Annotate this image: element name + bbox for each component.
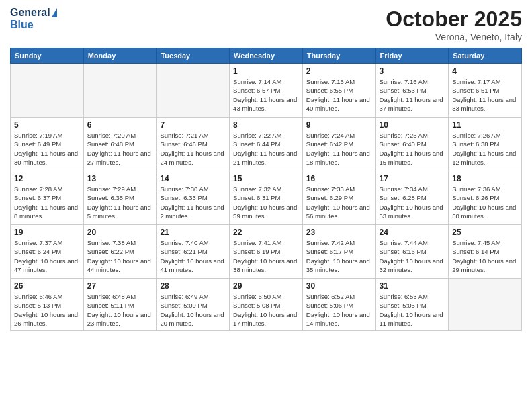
table-row: 25Sunrise: 7:45 AM Sunset: 6:14 PM Dayli… xyxy=(449,225,522,279)
calendar-week-row: 12Sunrise: 7:28 AM Sunset: 6:37 PM Dayli… xyxy=(11,171,522,225)
table-row: 19Sunrise: 7:37 AM Sunset: 6:24 PM Dayli… xyxy=(11,225,84,279)
day-number: 12 xyxy=(14,174,80,183)
table-row: 12Sunrise: 7:28 AM Sunset: 6:37 PM Dayli… xyxy=(11,171,84,225)
table-row: 10Sunrise: 7:25 AM Sunset: 6:40 PM Dayli… xyxy=(375,118,449,171)
page-container: General Blue October 2025 Verona, Veneto… xyxy=(0,0,532,338)
day-number: 22 xyxy=(233,228,299,237)
table-row: 18Sunrise: 7:36 AM Sunset: 6:26 PM Dayli… xyxy=(449,171,522,225)
day-number: 16 xyxy=(306,174,372,183)
calendar-week-row: 5Sunrise: 7:19 AM Sunset: 6:49 PM Daylig… xyxy=(11,118,522,171)
day-detail: Sunrise: 7:22 AM Sunset: 6:44 PM Dayligh… xyxy=(233,131,299,167)
day-number: 10 xyxy=(380,120,445,130)
day-detail: Sunrise: 7:19 AM Sunset: 6:49 PM Dayligh… xyxy=(14,131,80,167)
day-number: 30 xyxy=(306,281,372,291)
day-number: 8 xyxy=(233,120,299,130)
day-detail: Sunrise: 6:50 AM Sunset: 5:08 PM Dayligh… xyxy=(233,292,299,328)
col-saturday: Saturday xyxy=(449,48,522,64)
calendar-table: Sunday Monday Tuesday Wednesday Thursday… xyxy=(10,48,522,331)
day-detail: Sunrise: 7:17 AM Sunset: 6:51 PM Dayligh… xyxy=(452,77,518,113)
table-row: 22Sunrise: 7:41 AM Sunset: 6:19 PM Dayli… xyxy=(230,225,303,279)
day-detail: Sunrise: 7:21 AM Sunset: 6:46 PM Dayligh… xyxy=(160,131,226,167)
day-detail: Sunrise: 7:14 AM Sunset: 6:57 PM Dayligh… xyxy=(233,77,299,113)
col-wednesday: Wednesday xyxy=(230,48,303,64)
logo-general-text: General xyxy=(10,7,50,19)
day-number: 19 xyxy=(14,228,80,237)
table-row xyxy=(157,64,230,118)
table-row: 30Sunrise: 6:52 AM Sunset: 5:06 PM Dayli… xyxy=(302,279,375,331)
day-number: 14 xyxy=(160,174,226,183)
day-detail: Sunrise: 6:48 AM Sunset: 5:11 PM Dayligh… xyxy=(87,292,153,328)
day-detail: Sunrise: 7:29 AM Sunset: 6:35 PM Dayligh… xyxy=(87,185,153,220)
table-row xyxy=(83,64,157,118)
day-detail: Sunrise: 7:42 AM Sunset: 6:17 PM Dayligh… xyxy=(306,238,372,274)
day-number: 21 xyxy=(160,228,226,237)
table-row: 21Sunrise: 7:40 AM Sunset: 6:21 PM Dayli… xyxy=(157,225,230,279)
day-number: 7 xyxy=(160,120,226,130)
table-row: 27Sunrise: 6:48 AM Sunset: 5:11 PM Dayli… xyxy=(83,279,157,331)
day-number: 11 xyxy=(452,120,518,130)
table-row: 24Sunrise: 7:44 AM Sunset: 6:16 PM Dayli… xyxy=(375,225,449,279)
day-detail: Sunrise: 7:16 AM Sunset: 6:53 PM Dayligh… xyxy=(380,77,445,113)
col-tuesday: Tuesday xyxy=(157,48,230,64)
day-detail: Sunrise: 6:53 AM Sunset: 5:05 PM Dayligh… xyxy=(380,292,445,328)
day-number: 4 xyxy=(452,66,518,76)
day-number: 2 xyxy=(306,66,372,76)
table-row: 14Sunrise: 7:30 AM Sunset: 6:33 PM Dayli… xyxy=(157,171,230,225)
day-detail: Sunrise: 7:30 AM Sunset: 6:33 PM Dayligh… xyxy=(160,185,226,220)
day-detail: Sunrise: 7:24 AM Sunset: 6:42 PM Dayligh… xyxy=(306,131,372,167)
col-sunday: Sunday xyxy=(11,48,84,64)
logo-triangle-icon xyxy=(52,8,57,17)
day-number: 28 xyxy=(160,281,226,291)
title-block: October 2025 Verona, Veneto, Italy xyxy=(386,7,522,42)
day-detail: Sunrise: 7:20 AM Sunset: 6:48 PM Dayligh… xyxy=(87,131,153,167)
day-number: 15 xyxy=(233,174,299,183)
table-row: 16Sunrise: 7:33 AM Sunset: 6:29 PM Dayli… xyxy=(302,171,375,225)
day-detail: Sunrise: 7:25 AM Sunset: 6:40 PM Dayligh… xyxy=(380,131,445,167)
day-number: 3 xyxy=(380,66,445,76)
calendar-week-row: 19Sunrise: 7:37 AM Sunset: 6:24 PM Dayli… xyxy=(11,225,522,279)
day-detail: Sunrise: 7:41 AM Sunset: 6:19 PM Dayligh… xyxy=(233,238,299,274)
table-row: 15Sunrise: 7:32 AM Sunset: 6:31 PM Dayli… xyxy=(230,171,303,225)
day-detail: Sunrise: 7:36 AM Sunset: 6:26 PM Dayligh… xyxy=(452,185,518,220)
day-detail: Sunrise: 7:32 AM Sunset: 6:31 PM Dayligh… xyxy=(233,185,299,220)
day-detail: Sunrise: 7:44 AM Sunset: 6:16 PM Dayligh… xyxy=(380,238,445,274)
table-row: 5Sunrise: 7:19 AM Sunset: 6:49 PM Daylig… xyxy=(11,118,84,171)
col-friday: Friday xyxy=(375,48,449,64)
table-row: 6Sunrise: 7:20 AM Sunset: 6:48 PM Daylig… xyxy=(83,118,157,171)
logo-blue-text: Blue xyxy=(10,19,34,30)
table-row: 13Sunrise: 7:29 AM Sunset: 6:35 PM Dayli… xyxy=(83,171,157,225)
day-detail: Sunrise: 7:28 AM Sunset: 6:37 PM Dayligh… xyxy=(14,185,80,220)
table-row: 20Sunrise: 7:38 AM Sunset: 6:22 PM Dayli… xyxy=(83,225,157,279)
day-number: 13 xyxy=(87,174,153,183)
table-row: 3Sunrise: 7:16 AM Sunset: 6:53 PM Daylig… xyxy=(375,64,449,118)
day-number: 20 xyxy=(87,228,153,237)
logo: General Blue xyxy=(10,7,58,31)
table-row: 23Sunrise: 7:42 AM Sunset: 6:17 PM Dayli… xyxy=(302,225,375,279)
day-number: 29 xyxy=(233,281,299,291)
table-row: 28Sunrise: 6:49 AM Sunset: 5:09 PM Dayli… xyxy=(157,279,230,331)
day-number: 24 xyxy=(380,228,445,237)
table-row: 9Sunrise: 7:24 AM Sunset: 6:42 PM Daylig… xyxy=(302,118,375,171)
header: General Blue October 2025 Verona, Veneto… xyxy=(10,7,522,42)
day-number: 27 xyxy=(87,281,153,291)
day-number: 1 xyxy=(233,66,299,76)
day-detail: Sunrise: 7:45 AM Sunset: 6:14 PM Dayligh… xyxy=(452,238,518,274)
day-number: 26 xyxy=(14,281,80,291)
day-number: 17 xyxy=(380,174,445,183)
day-detail: Sunrise: 7:40 AM Sunset: 6:21 PM Dayligh… xyxy=(160,238,226,274)
day-number: 9 xyxy=(306,120,372,130)
table-row: 4Sunrise: 7:17 AM Sunset: 6:51 PM Daylig… xyxy=(449,64,522,118)
table-row: 11Sunrise: 7:26 AM Sunset: 6:38 PM Dayli… xyxy=(449,118,522,171)
day-detail: Sunrise: 7:37 AM Sunset: 6:24 PM Dayligh… xyxy=(14,238,80,274)
calendar-week-row: 1Sunrise: 7:14 AM Sunset: 6:57 PM Daylig… xyxy=(11,64,522,118)
table-row: 29Sunrise: 6:50 AM Sunset: 5:08 PM Dayli… xyxy=(230,279,303,331)
col-monday: Monday xyxy=(83,48,157,64)
location-subtitle: Verona, Veneto, Italy xyxy=(386,32,522,42)
table-row: 26Sunrise: 6:46 AM Sunset: 5:13 PM Dayli… xyxy=(11,279,84,331)
month-title: October 2025 xyxy=(386,7,522,32)
day-number: 31 xyxy=(380,281,445,291)
table-row: 2Sunrise: 7:15 AM Sunset: 6:55 PM Daylig… xyxy=(302,64,375,118)
day-detail: Sunrise: 6:52 AM Sunset: 5:06 PM Dayligh… xyxy=(306,292,372,328)
day-detail: Sunrise: 7:34 AM Sunset: 6:28 PM Dayligh… xyxy=(380,185,445,220)
calendar-header-row: Sunday Monday Tuesday Wednesday Thursday… xyxy=(11,48,522,64)
